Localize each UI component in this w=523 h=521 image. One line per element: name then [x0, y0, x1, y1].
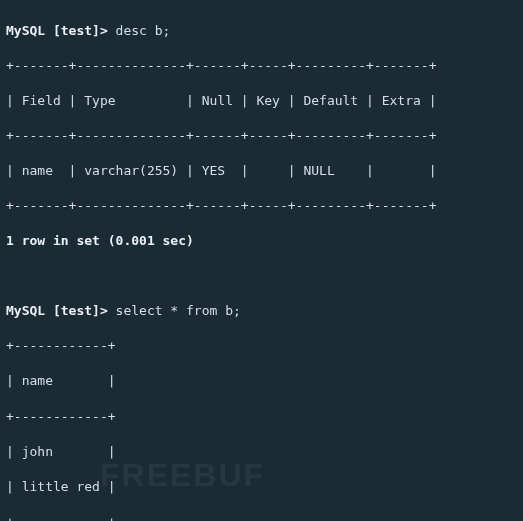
table-row: | little red |	[6, 478, 517, 496]
cmd-desc: desc b;	[116, 23, 171, 38]
table-border: +------------+	[6, 513, 517, 521]
result-summary: 1 row in set (0.001 sec)	[6, 232, 517, 250]
table-border: +-------+--------------+------+-----+---…	[6, 127, 517, 145]
terminal-output: MySQL [test]> desc b; +-------+---------…	[0, 0, 523, 521]
table-header: | Field | Type | Null | Key | Default | …	[6, 92, 517, 110]
prompt: MySQL [test]>	[6, 23, 116, 38]
table-row: | name | varchar(255) | YES | | NULL | |	[6, 162, 517, 180]
table-row: | john |	[6, 443, 517, 461]
prompt: MySQL [test]>	[6, 303, 116, 318]
cmd-select1: select * from b;	[116, 303, 241, 318]
table-border: +-------+--------------+------+-----+---…	[6, 57, 517, 75]
table-border: +------------+	[6, 408, 517, 426]
table-border: +-------+--------------+------+-----+---…	[6, 197, 517, 215]
table-border: +------------+	[6, 337, 517, 355]
table-header: | name |	[6, 372, 517, 390]
